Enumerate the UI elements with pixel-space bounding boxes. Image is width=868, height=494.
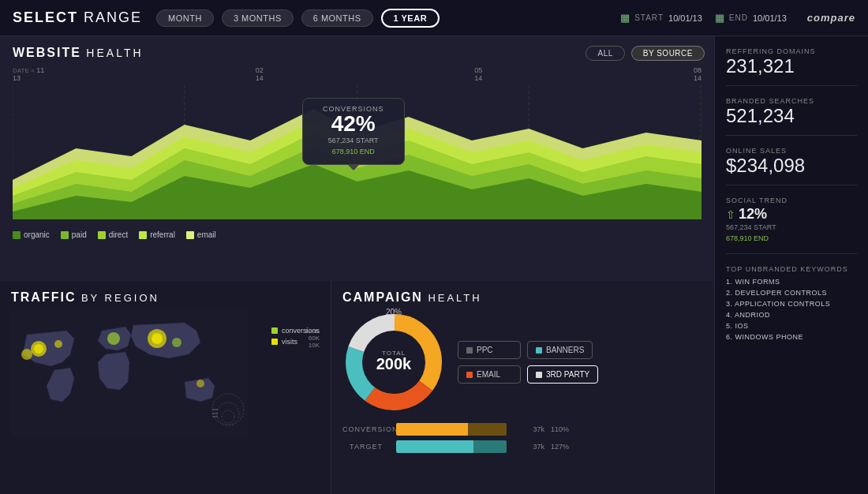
end-label: END — [729, 13, 748, 22]
stat-branded-searches: BRANDED SEARCHES 521,234 — [726, 97, 857, 136]
bar-value-target: 37k — [513, 443, 544, 451]
svg-point-15 — [107, 332, 120, 345]
legend-direct: direct — [98, 230, 128, 239]
camp-btn-row-2: EMAIL 3RD PARTY — [458, 365, 598, 384]
btn-all[interactable]: ALL — [586, 46, 624, 61]
banners-dot — [536, 347, 542, 354]
bar-fill-conversion-main — [396, 423, 468, 436]
calendar-start-icon: ▦ — [620, 12, 630, 24]
referring-domains-value: 231,321 — [726, 57, 857, 76]
legend-dot-paid — [61, 231, 69, 239]
3rdparty-dot — [536, 372, 542, 378]
bar-pct-conversion: 110% — [551, 425, 578, 433]
bar-row-target: TARGET 37k 127% — [342, 440, 703, 453]
date-label-3: 0514 — [474, 66, 482, 82]
traffic-panel: TRAFFIC BY REGION — [0, 281, 331, 494]
svg-point-14 — [54, 340, 62, 348]
chart-area: DATE = 1113 0214 0514 0814 — [13, 66, 702, 224]
keywords-list: 1. WIN FORMS 2. DEVELOPER CONTROLS 3. AP… — [726, 276, 857, 342]
traffic-map: conversions visits 120K 60K 10K — [11, 311, 320, 453]
traffic-title: TRAFFIC BY REGION — [11, 290, 320, 305]
start-label: START — [634, 13, 664, 22]
chart-legend: organic paid direct referral email — [13, 230, 702, 239]
online-sales-value: $234,098 — [726, 156, 857, 175]
donut-chart: TOTAL 200k 20% — [342, 311, 445, 414]
legend-paid: paid — [61, 230, 87, 239]
svg-point-12 — [34, 344, 43, 354]
tooltip-stats: 567,234 START 678,910 END — [312, 135, 395, 158]
compare-button[interactable]: compare — [807, 12, 855, 24]
legend-dot-organic — [13, 231, 21, 239]
range-btn-3months[interactable]: 3 MONTHS — [222, 9, 294, 27]
right-panel: REFFERING DOMAINS 231,321 BRANDED SEARCH… — [714, 36, 868, 494]
stat-online-sales: ONLINE SALES $234,098 — [726, 147, 857, 185]
bottom-panels: TRAFFIC BY REGION — [0, 281, 714, 494]
btn-banners[interactable]: BANNERS — [527, 341, 593, 359]
legend-referral: referral — [139, 230, 175, 239]
website-health-section: WEBSITE HEALTH ALL BY SOURCE DATE = 1113… — [0, 36, 714, 281]
email-dot — [466, 372, 473, 378]
camp-btn-row-1: PPC BANNERS — [458, 341, 598, 359]
legend-email: email — [186, 230, 216, 239]
main-content: WEBSITE HEALTH ALL BY SOURCE DATE = 1113… — [0, 36, 868, 494]
left-panel: WEBSITE HEALTH ALL BY SOURCE DATE = 1113… — [0, 36, 714, 494]
date-label-4: 0814 — [694, 66, 702, 82]
legend-dot-email — [186, 231, 194, 239]
keyword-2: 2. DEVELOPER CONTROLS — [726, 287, 857, 298]
btn-3rd-party[interactable]: 3RD PARTY — [527, 365, 598, 384]
app-title: SELECT RANGE — [13, 9, 142, 26]
bar-pct-target: 127% — [551, 443, 578, 451]
trend-up-icon: ⇧ — [726, 208, 735, 221]
chart-dates: DATE = 1113 0214 0514 0814 — [13, 66, 702, 85]
svg-point-19 — [196, 380, 204, 387]
keyword-5: 5. IOS — [726, 320, 857, 331]
map-scale: 120K 60K 10K — [305, 327, 320, 349]
ppc-dot — [466, 347, 473, 354]
svg-point-13 — [21, 349, 32, 360]
online-sales-label: ONLINE SALES — [726, 147, 857, 155]
campaign-buttons: PPC BANNERS EMAIL — [458, 341, 598, 384]
legend-dot-referral — [139, 231, 147, 239]
range-btn-6months[interactable]: 6 MONTHS — [301, 9, 373, 27]
svg-text:200k: 200k — [376, 355, 412, 372]
stat-keywords: TOP UNBRANDED KEYWORDS 1. WIN FORMS 2. D… — [726, 265, 857, 352]
social-trend-row: ⇧ 12% — [726, 206, 857, 223]
bar-label-conversion: CONVERSION — [342, 425, 390, 433]
keyword-6: 6. WINDOWS PHONE — [726, 331, 857, 342]
btn-by-source[interactable]: BY SOURCE — [631, 46, 705, 61]
keyword-4: 4. ANDRIOD — [726, 309, 857, 320]
bar-track-target — [396, 440, 507, 453]
range-btn-1year[interactable]: 1 YEAR — [381, 9, 440, 28]
tooltip-pct: 42% — [312, 113, 395, 135]
donut-svg: TOTAL 200k — [342, 311, 445, 414]
keywords-label: TOP UNBRANDED KEYWORDS — [726, 265, 857, 273]
date-label-2: 0214 — [256, 66, 264, 82]
legend-dot-conversions — [271, 327, 278, 334]
keyword-3: 3. APPLICATION CONTROLS — [726, 298, 857, 309]
bar-fill-target-rest — [473, 440, 507, 453]
map-legend: conversions visits 120K 60K 10K — [271, 327, 320, 349]
bar-track-conversion — [396, 423, 507, 436]
world-map — [11, 311, 248, 437]
svg-point-17 — [152, 333, 163, 344]
branded-searches-value: 521,234 — [726, 107, 857, 125]
btn-email[interactable]: EMAIL — [458, 365, 521, 384]
donut-pct-label: 20% — [386, 308, 402, 316]
campaign-bars: CONVERSION 37k 110% TARGET — [342, 423, 703, 453]
stat-social-trend: SOCIAL TREND ⇧ 12% 567,234 START 678,910… — [726, 196, 857, 254]
bar-label-target: TARGET — [342, 443, 390, 451]
end-date: 10/01/13 — [753, 13, 787, 23]
legend-dot-visits — [271, 339, 278, 345]
header: SELECT RANGE MONTH 3 MONTHS 6 MONTHS 1 Y… — [0, 0, 868, 36]
btn-ppc[interactable]: PPC — [458, 341, 521, 359]
campaign-content: TOTAL 200k 20% PPC — [342, 311, 703, 414]
trend-stats: 567,234 START 678,910 END — [726, 223, 857, 244]
legend-organic: organic — [13, 230, 50, 239]
chart-tooltip: CONVERSIONS 42% 567,234 START 678,910 EN… — [302, 98, 405, 165]
bar-value-conversion: 37k — [513, 425, 544, 433]
trend-pct-value: 12% — [739, 206, 767, 223]
bar-fill-conversion-rest — [468, 423, 507, 436]
campaign-title: CAMPAIGN HEALTH — [342, 290, 703, 305]
range-btn-month[interactable]: MONTH — [156, 9, 214, 27]
stat-referring-domains: REFFERING DOMAINS 231,321 — [726, 47, 857, 86]
